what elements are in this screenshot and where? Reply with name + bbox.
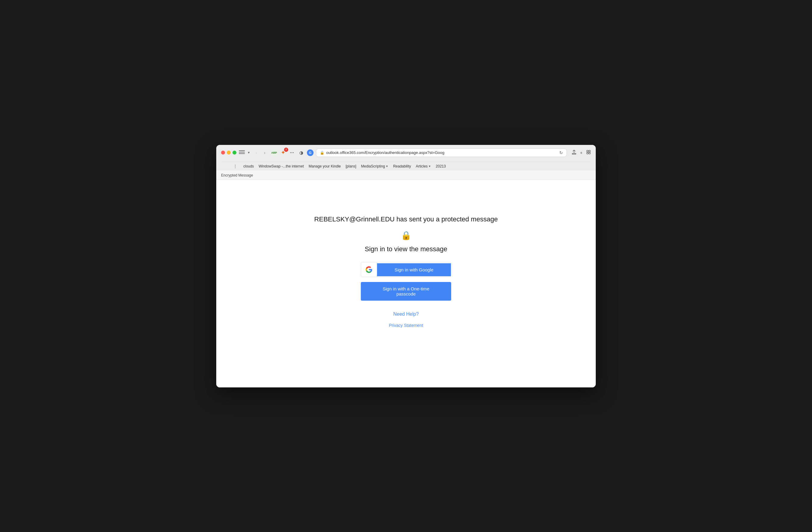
- tabs-overview-button[interactable]: [586, 150, 591, 156]
- lock-icon: 🔒: [401, 230, 411, 240]
- hook-badge: 7: [284, 148, 288, 152]
- bookmark-20213[interactable]: 20213: [436, 164, 446, 168]
- extension-icons: ABP ✦ 7 ⋯ ◑ G: [271, 149, 314, 156]
- page-content: Encrypted Message REBELSKY@Grinnell.EDU …: [216, 171, 596, 387]
- sign-in-google-button[interactable]: Sign in with Google: [361, 262, 451, 277]
- bookmarks-bar: ⋮ clouds WindowSwap -...the internet Man…: [221, 162, 591, 171]
- minimize-button[interactable]: [227, 150, 231, 155]
- page-tab-label: Encrypted Message: [221, 173, 253, 177]
- svg-rect-1: [589, 150, 590, 152]
- bookmark-articles[interactable]: Articles ▼: [416, 164, 431, 168]
- chevron-down-icon: ▼: [428, 165, 431, 168]
- need-help-link[interactable]: Need Help?: [393, 312, 419, 317]
- reload-button[interactable]: ↻: [559, 150, 563, 155]
- google-button-label: Sign in with Google: [377, 263, 451, 276]
- bookmark-plans[interactable]: [plans]: [346, 164, 356, 168]
- back-button[interactable]: ‹: [253, 149, 260, 156]
- privacy-statement-link[interactable]: Privacy Statement: [389, 323, 423, 328]
- share-button[interactable]: [572, 150, 577, 156]
- extensions-menu-button[interactable]: ⋯: [289, 149, 295, 156]
- title-bar: ▼ ‹ › ABP ✦ 7 ⋯ ◑ G: [216, 145, 596, 171]
- forward-button[interactable]: ›: [261, 149, 269, 156]
- sign-in-otp-button[interactable]: Sign in with a One-time passcode: [361, 282, 451, 301]
- svg-rect-0: [587, 150, 588, 152]
- page-body: REBELSKY@Grinnell.EDU has sent you a pro…: [216, 180, 596, 376]
- page-tab-bar: Encrypted Message: [216, 171, 596, 180]
- adblock-plus-icon[interactable]: ABP: [271, 149, 277, 156]
- sender-message: REBELSKY@Grinnell.EDU has sent you a pro…: [314, 215, 497, 223]
- google-logo-box: [361, 262, 377, 277]
- sidebar-toggle-button[interactable]: [239, 150, 245, 155]
- address-bar[interactable]: 🔒 outlook.office365.com/Encryption/authe…: [316, 148, 567, 157]
- chevron-down-icon[interactable]: ▼: [247, 151, 250, 154]
- bookmark-mediascripting[interactable]: MediaScripting ▼: [361, 164, 388, 168]
- google-g-icon: [365, 266, 373, 273]
- traffic-lights: [221, 150, 236, 155]
- google-extension-icon[interactable]: G: [307, 149, 314, 156]
- bookmark-readability[interactable]: Readability: [393, 164, 411, 168]
- chevron-down-icon: ▼: [386, 165, 388, 168]
- browser-window: ▼ ‹ › ABP ✦ 7 ⋯ ◑ G: [216, 145, 596, 387]
- url-text: outlook.office365.com/Encryption/authent…: [326, 150, 557, 155]
- bookmark-kindle[interactable]: Manage your Kindle: [309, 164, 341, 168]
- lock-icon: 🔒: [320, 150, 324, 155]
- hook-icon-wrapper: ✦ 7: [280, 149, 287, 156]
- bookmark-windowswap[interactable]: WindowSwap -...the internet: [259, 164, 304, 168]
- svg-rect-3: [589, 153, 590, 154]
- maximize-button[interactable]: [233, 150, 236, 155]
- svg-rect-2: [587, 153, 588, 154]
- new-tab-button[interactable]: +: [580, 150, 582, 155]
- apps-grid-icon[interactable]: ⋮: [233, 164, 237, 169]
- sign-in-prompt: Sign in to view the message: [365, 245, 447, 253]
- bookmark-clouds[interactable]: clouds: [243, 164, 254, 168]
- shield-icon[interactable]: ◑: [298, 149, 304, 156]
- close-button[interactable]: [221, 150, 225, 155]
- nav-arrows: ‹ ›: [253, 149, 269, 156]
- browser-actions: +: [572, 150, 591, 156]
